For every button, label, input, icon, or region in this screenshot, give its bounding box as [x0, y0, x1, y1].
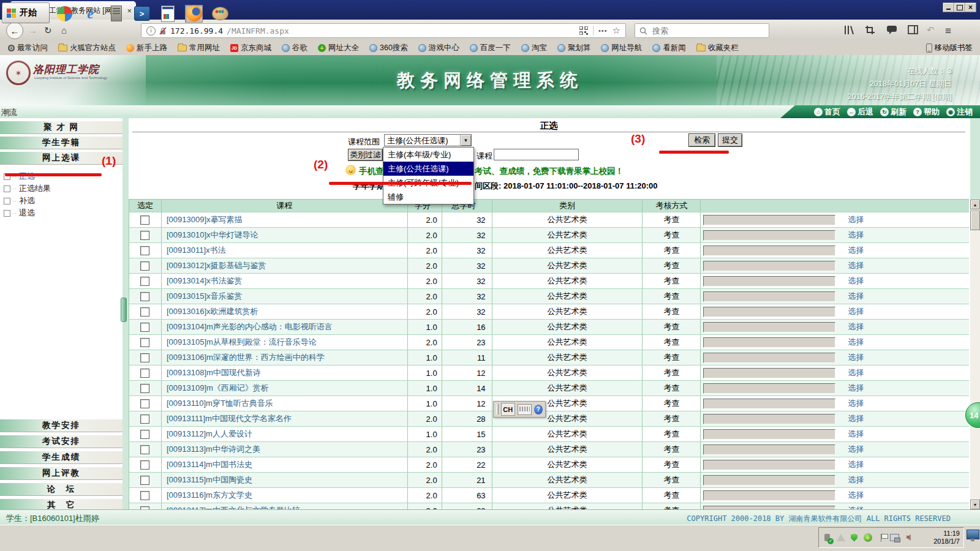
- sidebar-panel-icon[interactable]: [908, 25, 918, 34]
- select-link[interactable]: 选择: [848, 429, 864, 440]
- library-icon[interactable]: [844, 25, 855, 35]
- select-link[interactable]: 选择: [848, 490, 864, 501]
- ime-help-button[interactable]: ?: [534, 405, 543, 414]
- course-cell[interactable]: [00913105]m从草根到殿堂：流行音乐导论: [162, 335, 408, 350]
- bookmark-item[interactable]: 游戏中心: [418, 43, 459, 53]
- taskbar-app-firefox[interactable]: [185, 5, 203, 23]
- course-cell[interactable]: [00913112]m人人爱设计: [162, 427, 408, 441]
- scrollbar-thumb[interactable]: [970, 211, 980, 230]
- row-checkbox[interactable]: [140, 445, 149, 454]
- dropdown-option[interactable]: 主修(本年级/专业): [383, 148, 473, 162]
- course-cell[interactable]: [00913111]m中国现代文学名家名作: [162, 411, 408, 426]
- course-cell[interactable]: [00913104]m声光影的内心感动：电影视听语言: [162, 320, 408, 334]
- bookmark-item[interactable]: +网址大全: [318, 43, 359, 53]
- row-checkbox[interactable]: [140, 460, 149, 470]
- show-desktop-button[interactable]: [967, 530, 979, 539]
- window-minimize-button[interactable]: [943, 2, 954, 12]
- tray-triangle-icon[interactable]: [836, 533, 845, 542]
- sidebar-group[interactable]: 考试安排: [0, 435, 123, 448]
- select-link[interactable]: 选择: [848, 230, 864, 241]
- undo-close-tab-icon[interactable]: ↶: [927, 24, 935, 36]
- select-link[interactable]: 选择: [848, 352, 864, 363]
- dropdown-option[interactable]: 主修(公共任选课): [383, 162, 473, 176]
- tray-network-icon[interactable]: [890, 533, 899, 542]
- taskbar-app-powershell[interactable]: >: [134, 6, 150, 22]
- bookmark-item[interactable]: 收藏夹栏: [696, 43, 739, 53]
- sidebar-item-补选[interactable]: ··补选: [0, 195, 123, 207]
- bookmark-item[interactable]: 常用网址: [178, 43, 220, 53]
- select-link[interactable]: 选择: [848, 383, 864, 394]
- menu-hamburger-icon[interactable]: ≡: [945, 25, 951, 37]
- course-cell[interactable]: [00913015]x音乐鉴赏: [162, 289, 408, 304]
- vertical-scrollbar[interactable]: ▲ ▼: [970, 200, 980, 509]
- screenshot-crop-icon[interactable]: [865, 25, 875, 35]
- course-scope-select[interactable]: 主修(公共任选课) ▼: [384, 134, 472, 146]
- course-cell[interactable]: [00913116]m东方文学史: [162, 488, 408, 503]
- select-link[interactable]: 选择: [848, 367, 864, 378]
- tray-speaker-muted-icon[interactable]: ×: [903, 533, 913, 542]
- tray-flag-icon[interactable]: [876, 533, 886, 542]
- select-link[interactable]: 选择: [848, 398, 864, 409]
- taskbar-clock[interactable]: 11:19 2018/1/7: [933, 530, 960, 545]
- select-link[interactable]: 选择: [848, 245, 864, 256]
- ime-language-button[interactable]: CH: [501, 403, 515, 416]
- select-link[interactable]: 选择: [848, 444, 864, 455]
- sidebar-group[interactable]: 教学安排: [0, 419, 123, 432]
- row-checkbox[interactable]: [140, 430, 149, 439]
- reload-button[interactable]: ↻: [44, 25, 52, 36]
- taskbar-app-server[interactable]: [108, 6, 124, 22]
- sidebar-collapse-grip[interactable]: [121, 298, 127, 322]
- row-checkbox[interactable]: [140, 338, 149, 347]
- bookmark-star-icon[interactable]: ☆: [612, 25, 620, 36]
- course-cell[interactable]: [00913010]x中华灯谜导论: [162, 228, 408, 242]
- navstrip-button-logout[interactable]: ◉注销: [946, 107, 973, 118]
- sidebar-item-退选[interactable]: ··退选: [0, 207, 123, 219]
- select-link[interactable]: 选择: [848, 413, 864, 424]
- bookmark-item[interactable]: 聚划算: [557, 43, 591, 53]
- dropdown-option[interactable]: 辅修: [383, 190, 473, 204]
- row-checkbox[interactable]: [140, 384, 149, 393]
- course-cell[interactable]: [00913011]x书法: [162, 243, 408, 258]
- select-link[interactable]: 选择: [848, 337, 864, 348]
- category-filter-button[interactable]: 类别过滤: [348, 149, 383, 161]
- url-bar[interactable]: i 172.16.99.4/MAINFRM.aspx ••• ☆: [141, 23, 626, 38]
- sidebar-group[interactable]: 学生成绩: [0, 451, 123, 464]
- bookmark-item[interactable]: 百度一下: [470, 43, 511, 53]
- back-button[interactable]: ←: [6, 22, 23, 39]
- course-cell[interactable]: [00913108]m中国现代新诗: [162, 365, 408, 380]
- course-input[interactable]: [494, 149, 579, 160]
- bookmark-item[interactable]: 火狐官方站点: [58, 43, 116, 53]
- select-link[interactable]: 选择: [848, 306, 864, 317]
- row-checkbox[interactable]: [140, 261, 149, 271]
- select-link[interactable]: 选择: [848, 276, 864, 287]
- row-checkbox[interactable]: [140, 277, 149, 286]
- bookmark-item[interactable]: 看新闻: [652, 43, 686, 53]
- window-close-button[interactable]: ×: [965, 2, 976, 12]
- taskbar-app-pinwheel[interactable]: [56, 6, 73, 22]
- course-cell[interactable]: [00913110]m穿T恤听古典音乐: [162, 396, 408, 411]
- row-checkbox[interactable]: [140, 246, 149, 255]
- bookmark-item[interactable]: 网址导航: [601, 43, 642, 53]
- row-checkbox[interactable]: [140, 231, 149, 240]
- bookmark-item[interactable]: JD京东商城: [230, 43, 271, 53]
- sidebar-group[interactable]: 聚 才 网: [0, 121, 123, 134]
- bookmark-item[interactable]: 360搜索: [369, 43, 408, 53]
- taskbar-app-ie[interactable]: e: [82, 6, 99, 22]
- bookmark-item[interactable]: 最常访问: [8, 43, 48, 53]
- taskbar-app-paint[interactable]: [212, 6, 228, 22]
- search-button[interactable]: 检索: [688, 133, 715, 147]
- course-cell[interactable]: [00913115]m中国陶瓷史: [162, 473, 408, 487]
- select-link[interactable]: 选择: [848, 474, 864, 485]
- qr-code-icon[interactable]: [579, 26, 588, 35]
- sidebar-item-正选结果[interactable]: ··正选结果: [0, 182, 123, 195]
- row-checkbox[interactable]: [140, 353, 149, 362]
- bookmark-item[interactable]: 谷歌: [282, 43, 307, 53]
- sidebar-item-正选[interactable]: ··正选: [0, 170, 123, 182]
- scroll-up-icon[interactable]: ▲: [970, 200, 980, 209]
- ime-grip[interactable]: [496, 404, 499, 414]
- row-checkbox[interactable]: [140, 414, 149, 424]
- sidebar-group[interactable]: 学生学籍: [0, 136, 123, 149]
- chat-bubble-icon[interactable]: [886, 25, 897, 35]
- select-link[interactable]: 选择: [848, 260, 864, 271]
- home-button[interactable]: ⌂: [61, 25, 67, 36]
